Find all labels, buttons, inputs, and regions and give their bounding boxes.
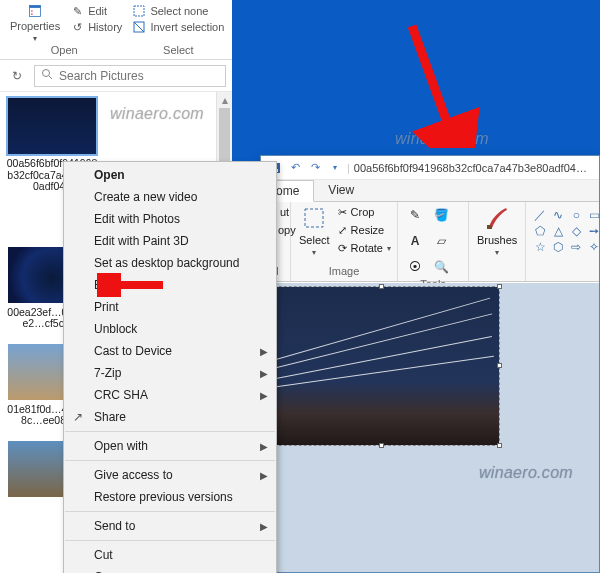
menu-item-7zip[interactable]: 7-Zip▶ xyxy=(64,362,276,384)
menu-label: 7-Zip xyxy=(94,366,256,380)
menu-item-crc-sha[interactable]: CRC SHA▶ xyxy=(64,384,276,406)
menu-item-send-to[interactable]: Send to▶ xyxy=(64,515,276,537)
refresh-button[interactable]: ↻ xyxy=(6,65,28,87)
color-picker-tool[interactable]: ⦿ xyxy=(404,256,426,278)
menu-label: Edit xyxy=(94,278,256,292)
shape-curve-icon[interactable]: ∿ xyxy=(550,208,566,222)
select-button[interactable]: Select ▾ xyxy=(297,204,332,257)
shape-star-icon[interactable]: ☆ xyxy=(532,240,548,254)
qat-customize-chevron-icon[interactable]: ▾ xyxy=(327,160,343,176)
menu-item-print[interactable]: Print xyxy=(64,296,276,318)
submenu-arrow-icon: ▶ xyxy=(260,390,268,401)
menu-item-share[interactable]: ↗Share xyxy=(64,406,276,428)
edit-button[interactable]: ✎ Edit xyxy=(70,4,122,18)
rotate-button[interactable]: ⟳Rotate ▾ xyxy=(338,240,391,256)
watermark: winaero.com xyxy=(395,130,489,148)
brushes-label: Brushes xyxy=(477,234,517,246)
shape-diamond-icon[interactable]: ◇ xyxy=(568,224,584,238)
edit-label: Edit xyxy=(88,5,107,17)
shape-hex-icon[interactable]: ⬡ xyxy=(550,240,566,254)
text-tool[interactable]: A xyxy=(404,230,426,252)
menu-item-edit[interactable]: Edit xyxy=(64,274,276,296)
search-box[interactable] xyxy=(34,65,226,87)
menu-item-create-video[interactable]: Create a new video xyxy=(64,186,276,208)
group-label-image: Image xyxy=(297,265,391,279)
shape-triangle-icon[interactable]: △ xyxy=(550,224,566,238)
watermark: winaero.com xyxy=(110,105,204,123)
shape-line-icon[interactable]: ／ xyxy=(532,208,548,222)
menu-label: Send to xyxy=(94,519,256,533)
eraser-tool[interactable]: ▱ xyxy=(430,230,452,252)
shape-oval-icon[interactable]: ○ xyxy=(568,208,584,222)
select-none-icon xyxy=(132,4,146,18)
menu-label: Cut xyxy=(94,548,256,562)
svg-point-2 xyxy=(31,10,33,12)
undo-icon[interactable]: ↶ xyxy=(287,160,303,176)
properties-label: Properties xyxy=(10,20,60,32)
history-button[interactable]: ↺ History xyxy=(70,20,122,34)
svg-rect-12 xyxy=(487,225,492,229)
scroll-up-icon[interactable]: ▴ xyxy=(217,92,232,108)
menu-label: Share xyxy=(94,410,256,424)
fill-tool[interactable]: 🪣 xyxy=(430,204,452,226)
brushes-button[interactable]: Brushes ▾ xyxy=(475,204,519,257)
menu-item-give-access[interactable]: Give access to▶ xyxy=(64,464,276,486)
paint-tabstrip: ome View xyxy=(261,180,599,202)
redo-icon[interactable]: ↷ xyxy=(307,160,323,176)
submenu-arrow-icon: ▶ xyxy=(260,521,268,532)
paint-title: 00a56f6bf0f941968b32cf0ca7a47b3e80adf046… xyxy=(354,162,593,174)
canvas-image[interactable] xyxy=(265,287,499,445)
magnifier-tool[interactable]: 🔍 xyxy=(430,256,452,278)
submenu-arrow-icon: ▶ xyxy=(260,346,268,357)
rotate-icon: ⟳ xyxy=(338,242,347,255)
resize-button[interactable]: ⤢Resize xyxy=(338,222,391,238)
menu-item-cast[interactable]: Cast to Device▶ xyxy=(64,340,276,362)
menu-item-copy[interactable]: Copy xyxy=(64,566,276,573)
menu-item-edit-photos[interactable]: Edit with Photos xyxy=(64,208,276,230)
menu-item-restore-versions[interactable]: Restore previous versions xyxy=(64,486,276,508)
menu-label: Print xyxy=(94,300,256,314)
scroll-thumb[interactable] xyxy=(219,108,230,168)
menu-item-open-with[interactable]: Open with▶ xyxy=(64,435,276,457)
svg-rect-4 xyxy=(134,6,144,16)
menu-item-edit-paint3d[interactable]: Edit with Paint 3D xyxy=(64,230,276,252)
menu-label: Edit with Photos xyxy=(94,212,256,226)
search-input[interactable] xyxy=(59,69,219,83)
group-label-open: Open xyxy=(51,44,78,59)
ribbon-group-brushes: Brushes ▾ xyxy=(469,202,526,281)
menu-separator xyxy=(65,431,275,432)
refresh-icon: ↻ xyxy=(12,69,22,83)
shape-polygon-icon[interactable]: ⬠ xyxy=(532,224,548,238)
tab-view-label: View xyxy=(328,183,354,197)
submenu-arrow-icon: ▶ xyxy=(260,470,268,481)
select-none-button[interactable]: Select none xyxy=(132,4,224,18)
menu-item-cut[interactable]: Cut xyxy=(64,544,276,566)
crop-icon: ✂ xyxy=(338,206,347,219)
submenu-arrow-icon: ▶ xyxy=(260,441,268,452)
menu-separator xyxy=(65,540,275,541)
invert-selection-button[interactable]: Invert selection xyxy=(132,20,224,34)
tab-view[interactable]: View xyxy=(314,180,368,201)
history-label: History xyxy=(88,21,122,33)
chevron-down-icon: ▾ xyxy=(495,248,499,257)
svg-rect-11 xyxy=(305,209,323,227)
paint-canvas-area[interactable]: winaero.com xyxy=(261,283,599,572)
ribbon-group-open: Properties ▾ ✎ Edit ↺ History Open xyxy=(6,4,122,59)
menu-item-open[interactable]: Open xyxy=(64,164,276,186)
properties-button[interactable]: Properties ▾ xyxy=(6,4,64,43)
shape-arrow2-icon[interactable]: ⇨ xyxy=(568,240,584,254)
shape-callout-icon[interactable]: ✧ xyxy=(586,240,600,254)
pencil-tool[interactable]: ✎ xyxy=(404,204,426,226)
menu-item-unblock[interactable]: Unblock xyxy=(64,318,276,340)
menu-item-set-desktop[interactable]: Set as desktop background xyxy=(64,252,276,274)
chevron-down-icon: ▾ xyxy=(312,248,316,257)
shape-rect-icon[interactable]: ▭ xyxy=(586,208,600,222)
pencil-icon: ✎ xyxy=(70,4,84,18)
cut-label: ut xyxy=(280,206,289,218)
crop-button[interactable]: ✂Crop xyxy=(338,204,391,220)
shape-arrow-icon[interactable]: ➙ xyxy=(586,224,600,238)
explorer-ribbon: Properties ▾ ✎ Edit ↺ History Open xyxy=(0,0,232,60)
search-icon xyxy=(41,68,53,83)
svg-point-3 xyxy=(31,13,33,15)
menu-label: Set as desktop background xyxy=(94,256,256,270)
